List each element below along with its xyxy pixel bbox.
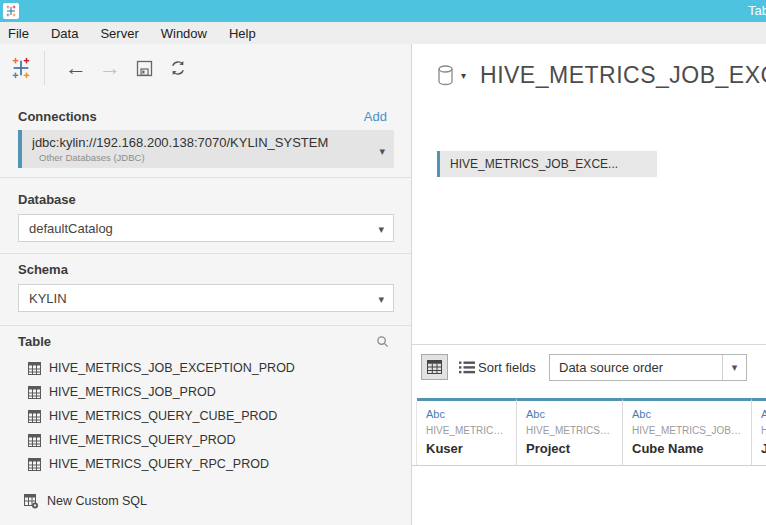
grid-header-bottom-border [412, 465, 766, 466]
section-divider [0, 177, 411, 178]
field-name: Project [526, 441, 614, 456]
redo-button[interactable]: → [93, 53, 127, 83]
field-table-name: HIVE_METRICS_JO... [761, 425, 766, 436]
field-table-name: HIVE_METRICS_J... [426, 425, 508, 436]
datasource-title: HIVE_METRICS_JOB_EXCE [480, 62, 766, 89]
field-name: J... [761, 441, 766, 456]
table-list-item[interactable]: HIVE_METRICS_JOB_EXCEPTION_PROD [28, 356, 405, 380]
field-type-badge: Abc [761, 408, 766, 420]
chevron-down-icon[interactable]: ▾ [722, 355, 746, 380]
menubar: File Data Server Window Help [0, 22, 766, 44]
connection-name: jdbc:kylin://192.168.200.138:7070/KYLIN_… [32, 135, 368, 150]
grid-column-header[interactable]: Abc HIVE_METRICS_J... Kuser [417, 398, 517, 465]
table-header-row: Table [18, 333, 389, 349]
table-list-item[interactable]: HIVE_METRICS_QUERY_CUBE_PROD [28, 404, 405, 428]
menu-help[interactable]: Help [218, 24, 267, 43]
schema-label: Schema [18, 262, 68, 277]
canvas-grid-divider [412, 344, 766, 345]
list-view-icon [459, 361, 475, 374]
connection-sidebar: ← → Connections Add jdbc:kylin://192.168 [0, 44, 412, 525]
connection-card[interactable]: jdbc:kylin://192.168.200.138:7070/KYLIN_… [18, 130, 394, 168]
section-divider [0, 325, 411, 326]
back-arrow-icon: ← [65, 57, 87, 79]
refresh-icon [169, 59, 187, 77]
forward-arrow-icon: → [99, 57, 121, 79]
datasource-title-row: ▾ HIVE_METRICS_JOB_EXCE [437, 62, 766, 89]
grid-column-header[interactable]: Abc HIVE_METRICS_JO... J... [752, 398, 766, 465]
field-name: Kuser [426, 441, 508, 456]
chevron-down-icon[interactable]: ▾ [378, 293, 384, 306]
sort-order-select[interactable]: Data source order ▾ [549, 354, 747, 381]
table-list-item[interactable]: HIVE_METRICS_QUERY_RPC_PROD [28, 452, 405, 476]
toolbar: ← → [0, 44, 411, 92]
connections-header: Connections [18, 109, 97, 124]
add-connection-link[interactable]: Add [364, 109, 387, 124]
sort-fields-label: Sort fields [478, 360, 536, 375]
menu-server[interactable]: Server [89, 24, 149, 43]
table-grid-icon [28, 386, 41, 399]
chevron-down-icon[interactable]: ▾ [461, 70, 466, 81]
save-button[interactable] [127, 53, 161, 83]
tableau-logo-icon [10, 57, 32, 79]
field-table-name: HIVE_METRICS_JOB_EX... [632, 425, 743, 436]
table-list-item[interactable]: HIVE_METRICS_QUERY_PROD [28, 428, 405, 452]
table-label: Table [18, 334, 51, 349]
table-name: HIVE_METRICS_JOB_PROD [49, 385, 216, 399]
save-icon [136, 60, 153, 77]
tableau-app-icon [3, 3, 19, 19]
database-select-value: defaultCatalog [29, 221, 113, 236]
field-type-badge: Abc [632, 408, 743, 420]
new-custom-sql-label: New Custom SQL [47, 494, 147, 508]
connection-subtitle: Other Databases (JDBC) [39, 152, 368, 163]
new-custom-sql[interactable]: New Custom SQL [24, 489, 147, 513]
database-select[interactable]: defaultCatalog ▾ [18, 214, 394, 242]
section-divider [0, 253, 411, 254]
field-type-badge: Abc [426, 408, 508, 420]
menu-data[interactable]: Data [40, 24, 89, 43]
tableau-logo-icon [5, 5, 17, 17]
grid-column-header[interactable]: Abc HIVE_METRICS_JO... Project [517, 398, 623, 465]
connections-header-row: Connections Add [18, 108, 387, 124]
undo-button[interactable]: ← [59, 53, 93, 83]
field-type-badge: Abc [526, 408, 614, 420]
table-list: HIVE_METRICS_JOB_EXCEPTION_PROD HIVE_MET… [28, 356, 405, 476]
data-preview-grid: Abc HIVE_METRICS_J... Kuser Abc HIVE_MET… [412, 398, 766, 525]
table-grid-icon [28, 458, 41, 471]
tableau-logo-button[interactable] [10, 57, 32, 79]
preview-toolbar: Sort fields Data source order ▾ [412, 352, 766, 382]
field-name: Cube Name [632, 441, 743, 456]
table-name: HIVE_METRICS_QUERY_CUBE_PROD [49, 409, 277, 423]
search-icon[interactable] [376, 335, 389, 348]
table-grid-icon [28, 362, 41, 375]
schema-select[interactable]: KYLIN ▾ [18, 284, 394, 312]
menu-window[interactable]: Window [150, 24, 218, 43]
refresh-button[interactable] [161, 53, 195, 83]
window-title: Tab [748, 3, 766, 18]
list-view-button[interactable] [455, 356, 479, 378]
grid-view-icon [427, 360, 442, 374]
menu-file[interactable]: File [0, 24, 40, 43]
schema-select-value: KYLIN [29, 291, 67, 306]
custom-sql-icon [24, 494, 39, 509]
datasource-canvas: ▾ HIVE_METRICS_JOB_EXCE HIVE_METRICS_JOB… [412, 44, 766, 525]
chevron-down-icon[interactable]: ▾ [378, 223, 384, 236]
window-titlebar: Tab [0, 0, 766, 22]
toolbar-separator [44, 51, 45, 85]
table-name: HIVE_METRICS_JOB_EXCEPTION_PROD [49, 361, 295, 375]
database-label: Database [18, 192, 76, 207]
canvas-table-chip[interactable]: HIVE_METRICS_JOB_EXCE... [437, 151, 657, 177]
field-table-name: HIVE_METRICS_JO... [526, 425, 614, 436]
database-icon[interactable] [437, 65, 454, 86]
table-list-item[interactable]: HIVE_METRICS_JOB_PROD [28, 380, 405, 404]
table-grid-icon [28, 434, 41, 447]
table-name: HIVE_METRICS_QUERY_PROD [49, 433, 236, 447]
chevron-down-icon[interactable]: ▾ [379, 145, 385, 158]
grid-column-header[interactable]: Abc HIVE_METRICS_JOB_EX... Cube Name [623, 398, 752, 465]
table-grid-icon [28, 410, 41, 423]
table-name: HIVE_METRICS_QUERY_RPC_PROD [49, 457, 269, 471]
tableau-datasource-window: { "window": { "title": "Tab" }, "menubar… [0, 0, 766, 525]
canvas-table-chip-label: HIVE_METRICS_JOB_EXCE... [450, 157, 618, 171]
grid-view-button[interactable] [421, 354, 448, 380]
sort-order-value: Data source order [559, 360, 663, 375]
